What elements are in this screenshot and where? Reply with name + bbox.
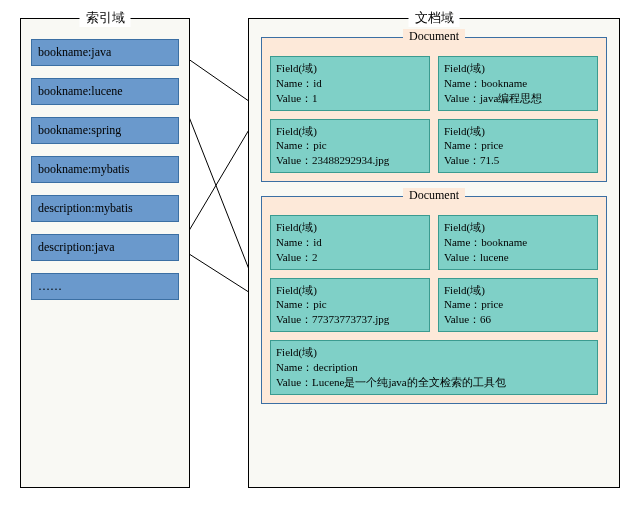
document-panel: 文档域 DocumentField(域)Name：idValue：1Field(… [248, 18, 620, 488]
index-item-2: bookname:spring [31, 117, 179, 144]
field-name: Name：bookname [444, 76, 592, 91]
field-box: Field(域)Name：booknameValue：java编程思想 [438, 56, 598, 111]
index-panel-title: 索引域 [80, 9, 131, 27]
field-name: Name：price [444, 138, 592, 153]
field-row: Field(域)Name：decriptionValue：Lucene是一个纯j… [270, 340, 598, 395]
field-header: Field(域) [276, 283, 424, 298]
field-value: Value：23488292934.jpg [276, 153, 424, 168]
field-box: Field(域)Name：priceValue：66 [438, 278, 598, 333]
field-header: Field(域) [444, 124, 592, 139]
field-header: Field(域) [444, 283, 592, 298]
field-value: Value：java编程思想 [444, 91, 592, 106]
field-name: Name：decription [276, 360, 592, 375]
field-value: Value：2 [276, 250, 424, 265]
field-row: Field(域)Name：picValue：77373773737.jpgFie… [270, 278, 598, 333]
field-name: Name：price [444, 297, 592, 312]
diagram-canvas: 索引域 bookname:javabookname:lucenebookname… [0, 0, 640, 505]
field-value: Value：77373773737.jpg [276, 312, 424, 327]
index-item-5: description:java [31, 234, 179, 261]
field-name: Name：id [276, 235, 424, 250]
field-box: Field(域)Name：idValue：1 [270, 56, 430, 111]
field-box: Field(域)Name：booknameValue：lucene [438, 215, 598, 270]
field-box: Field(域)Name：picValue：23488292934.jpg [270, 119, 430, 174]
field-header: Field(域) [444, 220, 592, 235]
field-row: Field(域)Name：idValue：1Field(域)Name：bookn… [270, 56, 598, 111]
field-header: Field(域) [276, 345, 592, 360]
field-name: Name：id [276, 76, 424, 91]
index-item-3: bookname:mybatis [31, 156, 179, 183]
field-value: Value：Lucene是一个纯java的全文检索的工具包 [276, 375, 592, 390]
index-panel: 索引域 bookname:javabookname:lucenebookname… [20, 18, 190, 488]
document-panel-title: 文档域 [409, 9, 460, 27]
document-title: Document [403, 29, 465, 44]
field-name: Name：bookname [444, 235, 592, 250]
field-value: Value：1 [276, 91, 424, 106]
field-header: Field(域) [276, 124, 424, 139]
document-1: DocumentField(域)Name：idValue：2Field(域)Na… [261, 196, 607, 404]
field-row: Field(域)Name：picValue：23488292934.jpgFie… [270, 119, 598, 174]
field-box: Field(域)Name：priceValue：71.5 [438, 119, 598, 174]
index-item-4: description:mybatis [31, 195, 179, 222]
document-0: DocumentField(域)Name：idValue：1Field(域)Na… [261, 37, 607, 182]
field-name: Name：pic [276, 138, 424, 153]
field-value: Value：66 [444, 312, 592, 327]
field-header: Field(域) [276, 220, 424, 235]
field-box: Field(域)Name：picValue：77373773737.jpg [270, 278, 430, 333]
field-header: Field(域) [276, 61, 424, 76]
field-header: Field(域) [444, 61, 592, 76]
field-value: Value：lucene [444, 250, 592, 265]
field-row: Field(域)Name：idValue：2Field(域)Name：bookn… [270, 215, 598, 270]
index-item-6: …… [31, 273, 179, 300]
field-name: Name：pic [276, 297, 424, 312]
field-box: Field(域)Name：decriptionValue：Lucene是一个纯j… [270, 340, 598, 395]
field-box: Field(域)Name：idValue：2 [270, 215, 430, 270]
index-item-1: bookname:lucene [31, 78, 179, 105]
document-title: Document [403, 188, 465, 203]
field-value: Value：71.5 [444, 153, 592, 168]
index-item-0: bookname:java [31, 39, 179, 66]
